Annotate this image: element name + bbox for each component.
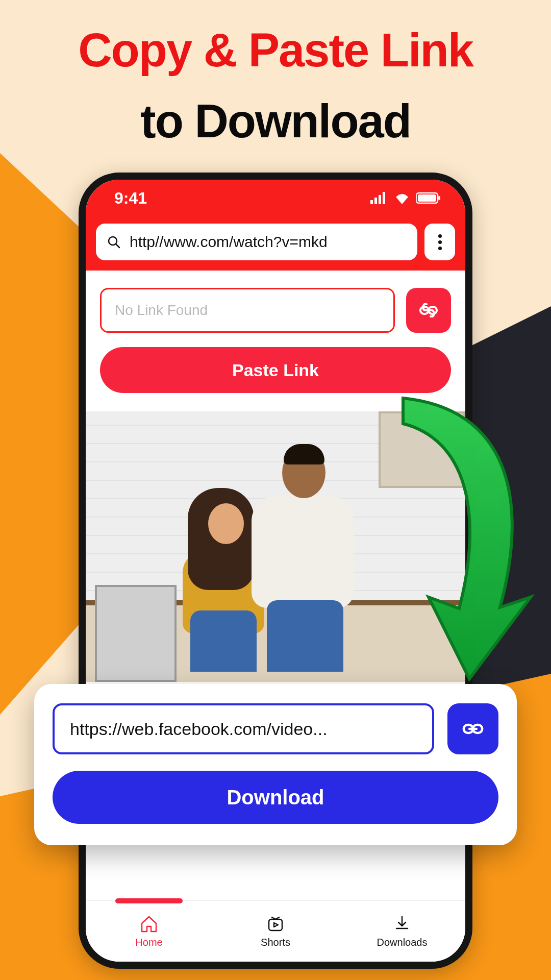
more-vertical-icon xyxy=(438,234,442,250)
status-time: 9:41 xyxy=(114,189,147,208)
download-button[interactable]: Download xyxy=(53,771,498,824)
link-icon xyxy=(460,716,486,742)
download-button-label: Download xyxy=(227,786,324,809)
nav-downloads-label: Downloads xyxy=(377,937,428,948)
download-link-button[interactable] xyxy=(447,703,498,754)
svg-rect-6 xyxy=(438,196,440,200)
app-content: No Link Found Paste Link xyxy=(86,271,465,682)
url-bar[interactable]: http//www.com/watch?v=mkd xyxy=(96,224,417,260)
headline-line2: to Download xyxy=(0,94,551,148)
shorts-icon xyxy=(266,914,285,934)
download-input-row: https://web.facebook.com/video... xyxy=(53,703,498,754)
svg-rect-3 xyxy=(383,192,385,204)
nav-active-indicator xyxy=(115,898,183,903)
nav-home[interactable]: Home xyxy=(86,901,212,962)
status-bar: 9:41 xyxy=(86,180,465,216)
headline-line1: Copy & Paste Link xyxy=(0,26,551,75)
link-icon xyxy=(417,299,440,322)
bottom-nav: Home Shorts Downloads xyxy=(86,900,465,962)
nav-shorts-label: Shorts xyxy=(261,937,290,948)
wifi-icon xyxy=(394,192,410,204)
nav-shorts[interactable]: Shorts xyxy=(212,901,339,962)
nav-home-label: Home xyxy=(135,937,162,948)
download-popup: https://web.facebook.com/video... Downlo… xyxy=(34,684,517,845)
download-icon xyxy=(392,914,412,934)
download-url-input[interactable]: https://web.facebook.com/video... xyxy=(53,703,434,754)
menu-button[interactable] xyxy=(424,224,455,260)
download-url-text: https://web.facebook.com/video... xyxy=(70,719,328,739)
nav-downloads[interactable]: Downloads xyxy=(339,901,465,962)
svg-rect-2 xyxy=(379,195,381,204)
svg-rect-12 xyxy=(269,919,282,930)
headline: Copy & Paste Link to Download xyxy=(0,26,551,148)
svg-rect-5 xyxy=(418,194,436,202)
svg-line-8 xyxy=(116,244,119,248)
paste-link-button[interactable]: Paste Link xyxy=(100,347,451,393)
signal-icon xyxy=(370,192,388,204)
search-icon xyxy=(107,235,120,249)
paste-link-label: Paste Link xyxy=(232,360,319,380)
link-copy-button[interactable] xyxy=(406,288,451,333)
svg-rect-1 xyxy=(374,198,377,204)
svg-rect-0 xyxy=(370,200,373,204)
battery-icon xyxy=(416,192,441,204)
url-text: http//www.com/watch?v=mkd xyxy=(130,233,328,251)
url-row: http//www.com/watch?v=mkd xyxy=(86,216,465,271)
status-icons xyxy=(370,192,441,204)
link-input-placeholder: No Link Found xyxy=(115,302,208,318)
video-thumbnail[interactable] xyxy=(86,411,465,682)
phone-frame: 9:41 http//www.com/watch?v=mkd No Link F… xyxy=(79,173,472,969)
link-input[interactable]: No Link Found xyxy=(100,288,395,333)
home-icon xyxy=(139,914,159,934)
link-input-row: No Link Found xyxy=(100,288,451,333)
